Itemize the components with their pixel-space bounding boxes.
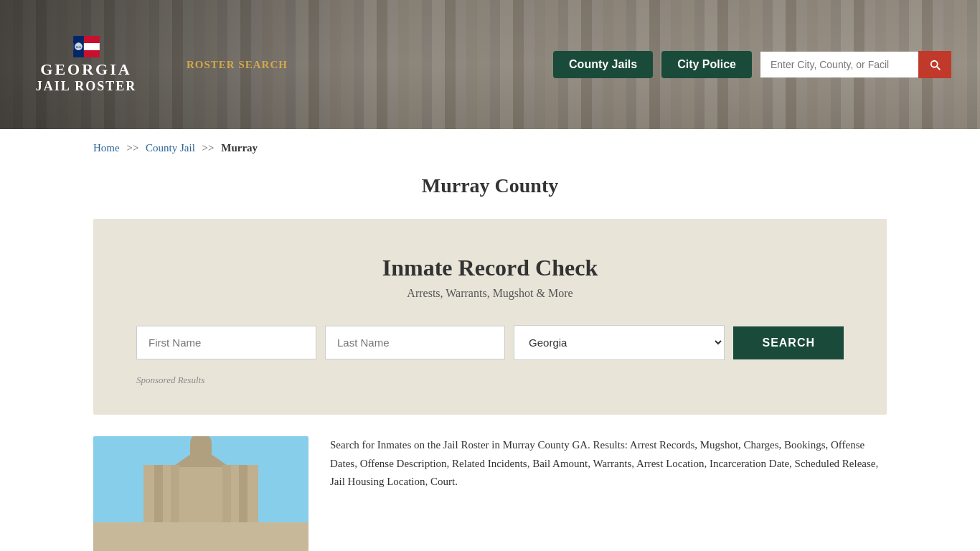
- record-check-subtitle: Arrests, Warrants, Mugshot & More: [136, 287, 844, 300]
- logo-georgia-text: GEORGIA: [40, 60, 131, 79]
- georgia-flag-icon: GA: [70, 36, 103, 57]
- record-check-form: AlabamaAlaskaArizonaArkansasCaliforniaCo…: [136, 325, 844, 360]
- site-logo: GA GEORGIA JAIL ROSTER: [29, 36, 143, 94]
- county-description: Search for Inmates on the Jail Roster in…: [330, 436, 887, 491]
- header-search-input[interactable]: [760, 52, 918, 77]
- breadcrumb-home[interactable]: Home: [93, 142, 120, 154]
- county-jails-button[interactable]: County Jails: [553, 51, 653, 78]
- page-title: Murray County: [0, 174, 980, 197]
- header-right-controls: County Jails City Police: [553, 51, 951, 78]
- breadcrumb-county-jail[interactable]: County Jail: [146, 142, 195, 154]
- logo-jail-text: JAIL ROSTER: [36, 79, 137, 94]
- svg-text:GA: GA: [76, 44, 82, 48]
- header-search-bar: [760, 51, 951, 78]
- first-name-input[interactable]: [136, 326, 316, 359]
- record-check-search-button[interactable]: SEARCH: [733, 326, 844, 359]
- county-building-image: [93, 436, 308, 551]
- city-police-button[interactable]: City Police: [661, 51, 752, 78]
- sponsored-results-label: Sponsored Results: [136, 375, 844, 386]
- breadcrumb-current: Murray: [221, 142, 258, 154]
- state-select[interactable]: AlabamaAlaskaArizonaArkansasCaliforniaCo…: [514, 325, 725, 360]
- breadcrumb-sep2: >>: [202, 142, 215, 154]
- header-search-button[interactable]: [918, 51, 951, 78]
- site-header: GA GEORGIA JAIL ROSTER ROSTER SEARCH Cou…: [0, 0, 980, 129]
- roster-search-link[interactable]: ROSTER SEARCH: [187, 59, 288, 71]
- bottom-content: Search for Inmates on the Jail Roster in…: [0, 415, 980, 551]
- building-silhouette: [143, 465, 258, 522]
- breadcrumb: Home >> County Jail >> Murray: [0, 129, 980, 167]
- last-name-input[interactable]: [325, 326, 505, 359]
- record-check-title: Inmate Record Check: [136, 255, 844, 281]
- breadcrumb-sep1: >>: [126, 142, 138, 154]
- search-icon: [928, 58, 941, 71]
- record-check-section: Inmate Record Check Arrests, Warrants, M…: [93, 219, 887, 415]
- page-title-section: Murray County: [0, 167, 980, 219]
